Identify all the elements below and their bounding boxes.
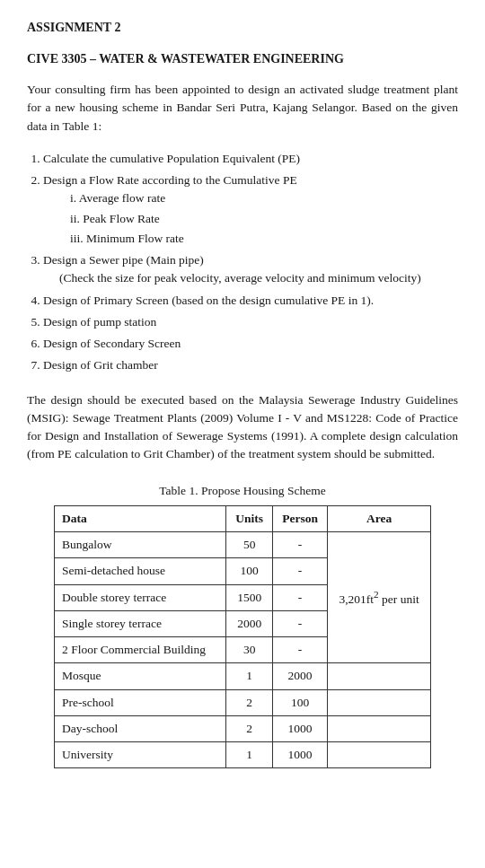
task-3-extra: (Check the size for peak velocity, avera… [43, 271, 421, 285]
cell-data: Mosque [55, 663, 226, 689]
cell-units: 100 [226, 558, 273, 584]
subtask-2-1: i. Average flow rate [70, 189, 458, 207]
table-row: Pre-school2100 [55, 689, 431, 715]
cell-area [328, 715, 431, 741]
cell-units: 1500 [226, 584, 273, 610]
table-header-row: Data Units Person Area [55, 505, 431, 531]
table-row: Mosque12000 [55, 663, 431, 689]
task-2-subtasks: i. Average flow rate ii. Peak Flow Rate … [43, 189, 458, 248]
subtask-2-2: ii. Peak Flow Rate [70, 210, 458, 228]
cell-units: 2000 [226, 610, 273, 636]
cell-person: - [272, 610, 327, 636]
cell-person: - [272, 637, 327, 663]
cell-data: Bungalow [55, 532, 226, 558]
cell-person: 1000 [272, 715, 327, 741]
cell-person: 1000 [272, 742, 327, 768]
task-2: Design a Flow Rate according to the Cumu… [43, 171, 458, 248]
table-title: Table 1. Propose Housing Scheme [27, 482, 458, 500]
col-header-person: Person [272, 505, 327, 531]
cell-data: Pre-school [55, 689, 226, 715]
cell-area: 3,201ft2 per unit [328, 532, 431, 663]
data-table: Data Units Person Area Bungalow50-3,201f… [54, 505, 431, 769]
cell-units: 1 [226, 663, 273, 689]
cell-person: - [272, 532, 327, 558]
cell-data: Double storey terrace [55, 584, 226, 610]
cell-person: - [272, 558, 327, 584]
cell-data: 2 Floor Commercial Building [55, 637, 226, 663]
assignment-title: ASSIGNMENT 2 [27, 18, 458, 37]
table-row: University11000 [55, 742, 431, 768]
table-row: Day-school21000 [55, 715, 431, 741]
task-1: Calculate the cumulative Population Equi… [43, 150, 458, 168]
cell-person: 2000 [272, 663, 327, 689]
course-title: CIVE 3305 – WATER & WASTEWATER ENGINEERI… [27, 49, 458, 68]
task-7: Design of Grit chamber [43, 356, 458, 374]
task-3: Design a Sewer pipe (Main pipe) (Check t… [43, 251, 458, 288]
cell-units: 30 [226, 637, 273, 663]
cell-data: University [55, 742, 226, 768]
task-5: Design of pump station [43, 313, 458, 331]
col-header-data: Data [55, 505, 226, 531]
task-4: Design of Primary Screen (based on the d… [43, 292, 458, 310]
col-header-area: Area [328, 505, 431, 531]
cell-area [328, 689, 431, 715]
cell-area [328, 742, 431, 768]
table-row: Bungalow50-3,201ft2 per unit [55, 532, 431, 558]
guidelines-text: The design should be executed based on t… [27, 391, 458, 464]
subtask-2-3: iii. Minimum Flow rate [70, 230, 458, 248]
cell-data: Single storey terrace [55, 610, 226, 636]
col-header-units: Units [226, 505, 273, 531]
table-section: Table 1. Propose Housing Scheme Data Uni… [27, 482, 458, 769]
task-6: Design of Secondary Screen [43, 335, 458, 353]
cell-person: 100 [272, 689, 327, 715]
task-list: Calculate the cumulative Population Equi… [27, 150, 458, 375]
cell-person: - [272, 584, 327, 610]
cell-units: 50 [226, 532, 273, 558]
cell-units: 2 [226, 715, 273, 741]
intro-text: Your consulting firm has been appointed … [27, 81, 458, 136]
cell-data: Semi-detached house [55, 558, 226, 584]
cell-area [328, 663, 431, 689]
cell-units: 2 [226, 689, 273, 715]
cell-units: 1 [226, 742, 273, 768]
cell-data: Day-school [55, 715, 226, 741]
